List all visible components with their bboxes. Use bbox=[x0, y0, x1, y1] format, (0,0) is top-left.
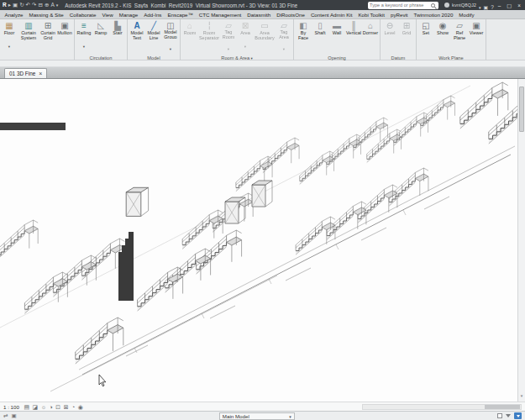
tool-room-separator[interactable]: Room Separator bbox=[198, 20, 220, 54]
app-store-icon[interactable] bbox=[484, 0, 489, 13]
tool-vertical-opening[interactable]: Vertical bbox=[345, 20, 362, 54]
reveal-hidden-icon[interactable] bbox=[78, 404, 83, 410]
tab-massing-site[interactable]: Massing & Site bbox=[26, 12, 66, 18]
tool-label: Tag Area bbox=[276, 30, 292, 39]
tool-tag-room[interactable]: Tag Room bbox=[220, 20, 237, 54]
tab-manage[interactable]: Manage bbox=[116, 12, 140, 18]
tab-kobi-toolkit[interactable]: Kobi Toolkit bbox=[355, 12, 388, 18]
tab-twinmotion-2020[interactable]: Twinmotion 2020 bbox=[411, 12, 456, 18]
tool-model-line[interactable]: Model Line bbox=[145, 20, 162, 54]
scale-control[interactable]: 1 : 100 bbox=[3, 404, 21, 410]
tool-viewer[interactable]: Viewer bbox=[468, 20, 485, 54]
worksets-icon[interactable] bbox=[3, 413, 8, 419]
scrollbar-thumb[interactable] bbox=[519, 87, 524, 132]
ribbon-panel-model: Model Text Model Line Model Group Model bbox=[128, 19, 181, 60]
tool-floor[interactable]: Floor bbox=[1, 20, 18, 54]
tab-dirootsone[interactable]: DiRootsOne bbox=[274, 12, 308, 18]
view-tab-01-3d-fine[interactable]: 01 3D Fine bbox=[4, 68, 47, 78]
search-box[interactable] bbox=[368, 2, 438, 9]
panel-label: Datum bbox=[381, 54, 415, 62]
tool-model-text[interactable]: Model Text bbox=[129, 20, 145, 54]
crop-view-icon[interactable] bbox=[55, 404, 60, 410]
tool-label: Area Boundary bbox=[254, 31, 276, 41]
crop-visibility-icon[interactable] bbox=[64, 404, 69, 410]
shadows-icon[interactable] bbox=[50, 404, 53, 410]
user-icon[interactable] bbox=[444, 3, 449, 8]
undo-icon[interactable] bbox=[26, 3, 30, 8]
tool-room[interactable]: Room bbox=[181, 20, 198, 54]
tool-tag-area[interactable]: Tag Area bbox=[276, 20, 292, 54]
print-icon[interactable] bbox=[38, 3, 42, 8]
tab-analyze[interactable]: Analyze bbox=[2, 12, 26, 18]
tool-set[interactable]: Set bbox=[417, 20, 434, 54]
tab-enscape[interactable]: Enscape™ bbox=[165, 12, 196, 18]
text-icon[interactable] bbox=[50, 3, 54, 8]
tool-dormer[interactable]: Dormer bbox=[362, 20, 379, 54]
maximize-button[interactable] bbox=[505, 3, 513, 8]
design-option-select[interactable]: Main Model bbox=[219, 412, 295, 420]
vertical-scrollbar[interactable] bbox=[517, 79, 525, 402]
stair-icon bbox=[114, 21, 121, 31]
panel-label[interactable]: Room & Area bbox=[181, 54, 292, 62]
tool-curtain-grid[interactable]: Curtain Grid bbox=[39, 20, 56, 54]
horizontal-scrollbar[interactable] bbox=[362, 404, 522, 410]
tool-label: Model Text bbox=[129, 31, 145, 41]
open-icon[interactable] bbox=[8, 3, 11, 8]
level-icon bbox=[386, 21, 393, 31]
customize-toolbar-icon[interactable] bbox=[56, 3, 59, 8]
tab-content-admin-kit[interactable]: Content Admin Kit bbox=[307, 12, 355, 18]
scroll-down-icon[interactable] bbox=[518, 386, 525, 401]
sync-icon[interactable] bbox=[19, 3, 24, 8]
tool-by-face[interactable]: By Face bbox=[295, 20, 312, 54]
revit-logo-icon[interactable] bbox=[3, 3, 7, 8]
model-3d-view[interactable] bbox=[0, 79, 517, 402]
tab-add-ins[interactable]: Add-Ins bbox=[141, 12, 165, 18]
curtain-system-icon bbox=[24, 21, 32, 31]
tab-ctc-management[interactable]: CTC Management bbox=[196, 12, 244, 18]
close-icon[interactable] bbox=[39, 71, 42, 76]
tool-curtain-system[interactable]: Curtain System bbox=[18, 20, 39, 54]
ramp-icon bbox=[97, 21, 104, 31]
tag-room-icon bbox=[225, 21, 232, 30]
redo-icon[interactable] bbox=[32, 3, 36, 8]
tab-collaborate[interactable]: Collaborate bbox=[66, 12, 99, 18]
search-input[interactable] bbox=[370, 3, 430, 8]
tool-model-group[interactable]: Model Group bbox=[162, 20, 179, 54]
exclude-options-checkbox[interactable] bbox=[497, 413, 502, 418]
help-icon[interactable] bbox=[491, 0, 494, 13]
drawing-area[interactable] bbox=[0, 79, 525, 402]
scrollbar-thumb[interactable] bbox=[485, 405, 520, 409]
selection-filter-icon[interactable] bbox=[514, 412, 522, 419]
tool-grid[interactable]: Grid bbox=[398, 20, 415, 54]
room-icon bbox=[187, 21, 192, 31]
design-option-value: Main Model bbox=[223, 413, 249, 419]
tool-railing[interactable]: Railing bbox=[76, 20, 92, 54]
tab-datasmith[interactable]: Datasmith bbox=[244, 12, 274, 18]
tab-modify[interactable]: Modify bbox=[456, 12, 477, 18]
tool-wall-opening[interactable]: Wall bbox=[328, 20, 345, 54]
tool-stair[interactable]: Stair bbox=[109, 20, 126, 54]
tool-area-boundary[interactable]: Area Boundary bbox=[254, 20, 276, 54]
search-icon[interactable] bbox=[431, 3, 435, 8]
temporary-hide-icon[interactable] bbox=[71, 404, 75, 410]
minimize-button[interactable] bbox=[496, 3, 503, 8]
tool-ref-plane[interactable]: Ref Plane bbox=[451, 20, 468, 54]
chevron-down-icon[interactable] bbox=[479, 0, 481, 13]
filter-icon[interactable] bbox=[506, 414, 511, 417]
tab-view[interactable]: View bbox=[99, 12, 116, 18]
tool-mullion[interactable]: Mullion bbox=[56, 20, 73, 54]
visual-style-icon[interactable] bbox=[33, 404, 39, 410]
sun-path-icon[interactable] bbox=[41, 404, 46, 410]
dimension-icon[interactable] bbox=[45, 3, 49, 8]
detail-level-icon[interactable] bbox=[24, 404, 29, 410]
tool-level[interactable]: Level bbox=[381, 20, 398, 54]
design-options-icon[interactable] bbox=[11, 413, 16, 419]
tab-pyrevit[interactable]: pyRevit bbox=[387, 12, 411, 18]
tool-ramp[interactable]: Ramp bbox=[92, 20, 109, 54]
tool-shaft[interactable]: Shaft bbox=[312, 20, 328, 54]
user-id[interactable]: kvntQ8QJ2 bbox=[452, 3, 476, 8]
tool-area[interactable]: Area bbox=[237, 20, 254, 54]
tool-show[interactable]: Show bbox=[434, 20, 451, 54]
close-button[interactable] bbox=[516, 3, 522, 8]
save-icon[interactable] bbox=[13, 3, 18, 8]
